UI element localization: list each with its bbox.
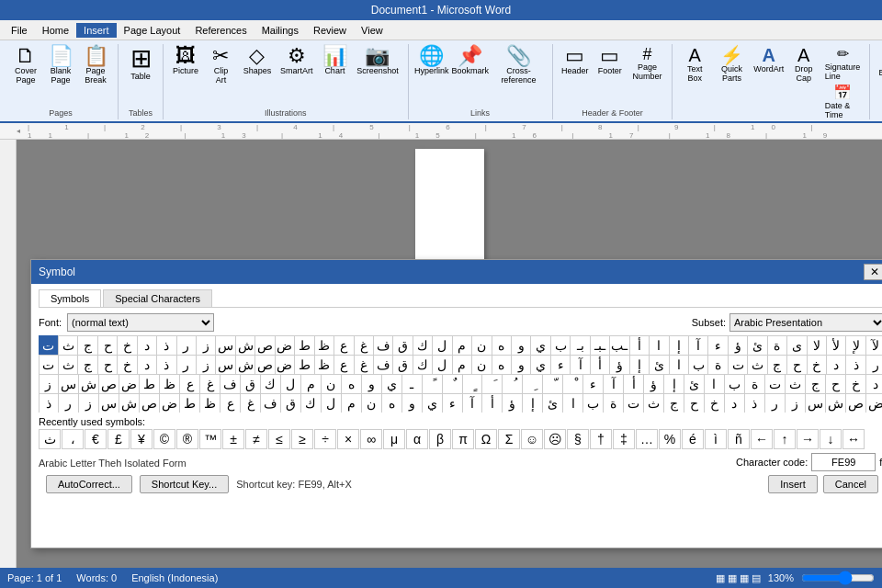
symbol-cell[interactable]: ن <box>471 355 492 375</box>
recently-used-cell[interactable]: β <box>429 429 451 449</box>
symbol-cell[interactable]: ه <box>381 393 402 413</box>
symbol-cell[interactable]: ق <box>392 335 413 356</box>
symbol-cell[interactable]: د <box>137 335 157 356</box>
ribbon-btn-shapes[interactable]: ◇ Shapes <box>240 44 275 78</box>
recently-used-cell[interactable]: £ <box>107 429 130 449</box>
menu-insert[interactable]: Insert <box>76 23 117 38</box>
recently-used-cell[interactable]: ® <box>176 429 198 449</box>
symbol-cell[interactable]: غ <box>354 355 374 375</box>
symbol-cell[interactable]: ج <box>77 335 97 356</box>
subset-select[interactable]: Arabic Presentation <box>729 313 882 332</box>
tab-symbols[interactable]: Symbols <box>39 289 101 307</box>
symbol-cell[interactable]: ْ <box>562 374 583 394</box>
symbol-cell[interactable]: ِ <box>522 374 543 394</box>
ribbon-btn-header[interactable]: ▭ Header <box>559 44 592 78</box>
symbol-cell[interactable]: ا <box>562 393 583 413</box>
symbol-cell[interactable]: ر <box>764 393 786 413</box>
recently-used-cell[interactable]: … <box>636 429 658 449</box>
symbol-cell[interactable]: أ <box>590 355 610 375</box>
symbol-cell[interactable]: ر <box>865 355 882 375</box>
symbol-cell[interactable]: ح <box>97 335 118 356</box>
symbol-cell[interactable]: ص <box>254 355 275 375</box>
symbol-cell[interactable]: ح <box>825 374 846 394</box>
symbol-cell[interactable]: ش <box>235 335 255 356</box>
symbol-cell[interactable]: ء <box>550 355 571 375</box>
symbol-cell[interactable]: م <box>341 393 362 413</box>
symbol-cell[interactable]: ف <box>260 393 281 413</box>
symbol-cell[interactable]: ع <box>179 374 200 394</box>
recently-used-cell[interactable]: ث <box>39 429 61 449</box>
recently-used-cell[interactable]: ↑ <box>774 429 796 449</box>
symbol-cell[interactable]: ض <box>275 335 295 356</box>
symbol-cell[interactable]: ف <box>220 374 241 394</box>
ribbon-btn-equation[interactable]: Ω Equa... <box>876 44 882 80</box>
recently-used-cell[interactable]: π <box>452 429 474 449</box>
symbol-cell[interactable]: ح <box>786 355 807 375</box>
symbol-cell[interactable]: ز <box>196 355 216 375</box>
dialog-close-button[interactable]: ✕ <box>864 264 882 280</box>
symbol-cell[interactable]: ؤ <box>502 393 523 413</box>
symbol-cell[interactable]: ض <box>865 393 882 413</box>
symbol-cell[interactable]: ُ <box>502 374 523 394</box>
recently-used-cell[interactable]: μ <box>383 429 405 449</box>
recently-used-cell[interactable]: ∞ <box>360 429 382 449</box>
symbol-cell[interactable]: ـب <box>609 335 629 356</box>
symbol-cell[interactable]: ه <box>341 374 362 394</box>
symbol-cell[interactable]: ج <box>805 374 826 394</box>
symbol-cell[interactable]: ت <box>728 355 748 375</box>
symbol-cell[interactable]: م <box>452 335 472 356</box>
recently-used-cell[interactable]: ↔ <box>842 429 865 449</box>
symbol-cell[interactable]: ط <box>294 355 314 375</box>
ribbon-btn-quick-parts[interactable]: ⚡ Quick Parts <box>713 44 751 85</box>
symbol-cell[interactable]: م <box>452 355 472 375</box>
symbol-cell[interactable]: ٌ <box>442 374 463 394</box>
autocorrect-button[interactable]: AutoCorrect... <box>46 475 132 493</box>
symbol-cell[interactable]: ع <box>220 393 241 413</box>
recently-used-cell[interactable]: § <box>567 429 589 449</box>
symbol-cell[interactable]: ب <box>550 335 571 356</box>
symbol-cell[interactable]: ش <box>78 374 99 394</box>
symbol-cell[interactable]: ط <box>179 393 200 413</box>
ribbon-btn-clip-art[interactable]: ✂ Clip Art <box>204 44 238 87</box>
symbol-cell[interactable]: و <box>361 374 382 394</box>
symbol-cell[interactable]: ق <box>280 393 301 413</box>
recently-used-cell[interactable]: © <box>153 429 175 449</box>
symbol-cell[interactable]: ا <box>649 335 669 356</box>
symbol-cell[interactable]: أ <box>629 335 650 356</box>
recently-used-cell[interactable]: α <box>406 429 428 449</box>
symbol-cell[interactable]: ث <box>58 355 78 375</box>
symbol-cell[interactable]: ظ <box>314 335 334 356</box>
symbol-cell[interactable]: ز <box>39 374 59 394</box>
symbol-cell[interactable]: خ <box>704 393 725 413</box>
symbol-cell[interactable]: ء <box>442 393 463 413</box>
symbol-cell[interactable]: ا <box>704 374 725 394</box>
symbol-cell[interactable]: ً <box>422 374 443 394</box>
symbol-cell[interactable]: ذ <box>156 355 176 375</box>
recently-used-cell[interactable]: ± <box>222 429 244 449</box>
symbol-cell[interactable]: بـ <box>570 335 590 356</box>
recently-used-cell[interactable]: ☺ <box>521 429 543 449</box>
menu-review[interactable]: Review <box>306 23 354 38</box>
recently-used-cell[interactable]: ì <box>705 429 727 449</box>
symbol-cell[interactable]: لأ <box>826 335 846 356</box>
recently-used-cell[interactable]: ñ <box>728 429 750 449</box>
recently-used-cell[interactable]: Σ <box>498 429 520 449</box>
symbol-cell[interactable]: أ <box>481 393 503 413</box>
recently-used-cell[interactable]: é <box>682 429 704 449</box>
ribbon-btn-bookmark[interactable]: 📌 Bookmark <box>451 44 489 78</box>
symbol-cell[interactable]: ض <box>159 393 180 413</box>
symbol-cell[interactable]: ث <box>785 374 806 394</box>
symbol-cell[interactable]: ط <box>294 335 314 356</box>
symbol-cell[interactable]: ل <box>432 335 452 356</box>
symbol-cell[interactable]: ش <box>825 393 846 413</box>
symbol-cell[interactable]: لإ <box>845 335 865 356</box>
symbol-cell[interactable]: ت <box>764 374 786 394</box>
symbol-cell[interactable]: خ <box>845 374 866 394</box>
symbol-cell[interactable]: و <box>401 393 423 413</box>
symbol-cell[interactable]: ظ <box>199 393 220 413</box>
insert-button[interactable]: Insert <box>768 475 818 493</box>
cancel-button[interactable]: Cancel <box>823 475 878 493</box>
symbol-cell[interactable]: ة <box>603 393 624 413</box>
symbol-cell[interactable]: ج <box>767 355 787 375</box>
symbol-cell[interactable]: ن <box>321 374 342 394</box>
